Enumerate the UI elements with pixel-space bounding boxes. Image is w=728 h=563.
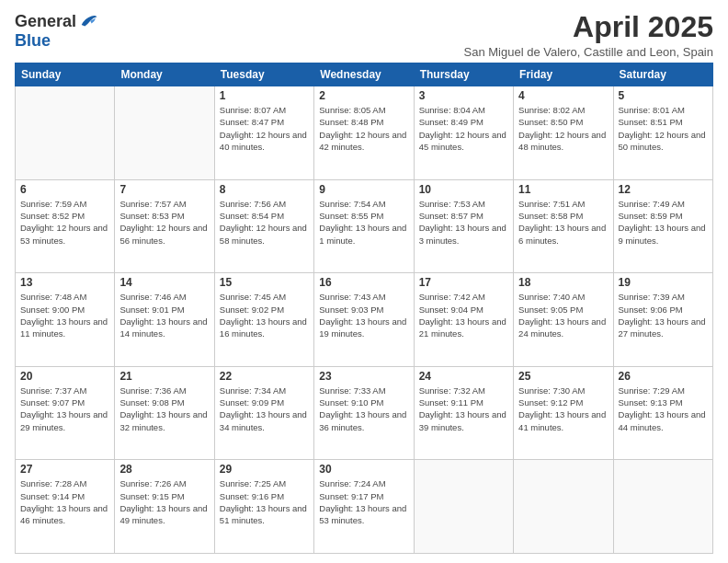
- day-info: Sunrise: 7:25 AM Sunset: 9:16 PM Dayligh…: [220, 477, 309, 526]
- day-info: Sunrise: 7:42 AM Sunset: 9:04 PM Dayligh…: [419, 291, 508, 339]
- day-info: Sunrise: 7:46 AM Sunset: 9:01 PM Dayligh…: [119, 291, 209, 339]
- day-number: 20: [20, 370, 109, 383]
- calendar-cell: 14Sunrise: 7:46 AM Sunset: 9:01 PM Dayli…: [115, 273, 214, 367]
- day-info: Sunrise: 7:29 AM Sunset: 9:13 PM Dayligh…: [619, 385, 708, 433]
- calendar-cell: 1Sunrise: 8:07 AM Sunset: 8:47 PM Daylig…: [214, 86, 313, 180]
- day-info: Sunrise: 7:40 AM Sunset: 9:05 PM Dayligh…: [518, 291, 608, 339]
- day-number: 6: [20, 183, 109, 196]
- day-info: Sunrise: 7:26 AM Sunset: 9:15 PM Dayligh…: [119, 477, 209, 526]
- day-number: 22: [220, 370, 309, 383]
- calendar-week-1: 1Sunrise: 8:07 AM Sunset: 8:47 PM Daylig…: [16, 86, 713, 180]
- day-number: 25: [518, 370, 608, 383]
- calendar-cell: 3Sunrise: 8:04 AM Sunset: 8:49 PM Daylig…: [414, 86, 513, 180]
- day-header-tuesday: Tuesday: [214, 63, 313, 86]
- month-title: April 2025: [464, 11, 714, 43]
- calendar-cell: 15Sunrise: 7:45 AM Sunset: 9:02 PM Dayli…: [214, 273, 313, 367]
- calendar-cell: 28Sunrise: 7:26 AM Sunset: 9:15 PM Dayli…: [115, 460, 214, 554]
- calendar-cell: [16, 86, 115, 180]
- day-info: Sunrise: 7:33 AM Sunset: 9:10 PM Dayligh…: [319, 385, 408, 433]
- day-info: Sunrise: 7:49 AM Sunset: 8:59 PM Dayligh…: [619, 198, 708, 247]
- day-info: Sunrise: 8:05 AM Sunset: 8:48 PM Dayligh…: [319, 104, 408, 153]
- calendar-cell: 29Sunrise: 7:25 AM Sunset: 9:16 PM Dayli…: [214, 460, 313, 554]
- day-info: Sunrise: 7:34 AM Sunset: 9:09 PM Dayligh…: [220, 385, 309, 433]
- day-number: 12: [619, 183, 708, 196]
- calendar-cell: 18Sunrise: 7:40 AM Sunset: 9:05 PM Dayli…: [514, 273, 613, 367]
- day-info: Sunrise: 7:28 AM Sunset: 9:14 PM Dayligh…: [20, 477, 109, 526]
- calendar-cell: 30Sunrise: 7:24 AM Sunset: 9:17 PM Dayli…: [314, 460, 414, 554]
- calendar-cell: 24Sunrise: 7:32 AM Sunset: 9:11 PM Dayli…: [414, 366, 513, 460]
- day-number: 14: [119, 276, 209, 289]
- day-info: Sunrise: 7:56 AM Sunset: 8:54 PM Dayligh…: [220, 198, 309, 247]
- day-header-friday: Friday: [514, 63, 613, 86]
- day-number: 30: [319, 463, 408, 476]
- calendar-week-3: 13Sunrise: 7:48 AM Sunset: 9:00 PM Dayli…: [16, 273, 713, 367]
- day-info: Sunrise: 8:04 AM Sunset: 8:49 PM Dayligh…: [419, 104, 508, 153]
- calendar-cell: 2Sunrise: 8:05 AM Sunset: 8:48 PM Daylig…: [314, 86, 414, 180]
- calendar-cell: 19Sunrise: 7:39 AM Sunset: 9:06 PM Dayli…: [613, 273, 712, 367]
- calendar-cell: 10Sunrise: 7:53 AM Sunset: 8:57 PM Dayli…: [414, 179, 513, 273]
- day-number: 18: [518, 276, 608, 289]
- day-number: 27: [20, 463, 109, 476]
- logo-bird-icon: [78, 11, 98, 31]
- day-info: Sunrise: 7:51 AM Sunset: 8:58 PM Dayligh…: [518, 198, 608, 247]
- day-info: Sunrise: 7:48 AM Sunset: 9:00 PM Dayligh…: [20, 291, 109, 339]
- calendar-cell: 22Sunrise: 7:34 AM Sunset: 9:09 PM Dayli…: [214, 366, 313, 460]
- calendar-cell: 8Sunrise: 7:56 AM Sunset: 8:54 PM Daylig…: [214, 179, 313, 273]
- day-number: 11: [518, 183, 608, 196]
- day-info: Sunrise: 7:54 AM Sunset: 8:55 PM Dayligh…: [319, 198, 408, 247]
- day-number: 29: [220, 463, 309, 476]
- day-info: Sunrise: 7:59 AM Sunset: 8:52 PM Dayligh…: [20, 198, 109, 247]
- day-header-wednesday: Wednesday: [314, 63, 414, 86]
- header: General Blue April 2025 San Miguel de Va…: [15, 11, 713, 59]
- calendar-cell: 11Sunrise: 7:51 AM Sunset: 8:58 PM Dayli…: [514, 179, 613, 273]
- day-number: 8: [220, 183, 309, 196]
- calendar-cell: 6Sunrise: 7:59 AM Sunset: 8:52 PM Daylig…: [16, 179, 115, 273]
- day-number: 19: [619, 276, 708, 289]
- day-number: 24: [419, 370, 508, 383]
- day-info: Sunrise: 7:43 AM Sunset: 9:03 PM Dayligh…: [319, 291, 408, 339]
- day-number: 1: [220, 89, 309, 102]
- day-info: Sunrise: 7:45 AM Sunset: 9:02 PM Dayligh…: [220, 291, 309, 339]
- day-info: Sunrise: 8:07 AM Sunset: 8:47 PM Dayligh…: [220, 104, 309, 153]
- day-number: 16: [319, 276, 408, 289]
- calendar-cell: 17Sunrise: 7:42 AM Sunset: 9:04 PM Dayli…: [414, 273, 513, 367]
- logo-general-text: General: [15, 12, 76, 31]
- day-info: Sunrise: 7:36 AM Sunset: 9:08 PM Dayligh…: [119, 385, 209, 433]
- calendar-cell: [514, 460, 613, 554]
- day-info: Sunrise: 7:39 AM Sunset: 9:06 PM Dayligh…: [619, 291, 708, 339]
- calendar-week-2: 6Sunrise: 7:59 AM Sunset: 8:52 PM Daylig…: [16, 179, 713, 273]
- day-number: 21: [119, 370, 209, 383]
- day-info: Sunrise: 8:02 AM Sunset: 8:50 PM Dayligh…: [518, 104, 608, 153]
- day-number: 3: [419, 89, 508, 102]
- day-number: 15: [220, 276, 309, 289]
- calendar-table: SundayMondayTuesdayWednesdayThursdayFrid…: [15, 63, 713, 554]
- logo: General Blue: [15, 11, 98, 51]
- day-info: Sunrise: 7:53 AM Sunset: 8:57 PM Dayligh…: [419, 198, 508, 247]
- day-number: 9: [319, 183, 408, 196]
- day-number: 10: [419, 183, 508, 196]
- calendar-cell: 12Sunrise: 7:49 AM Sunset: 8:59 PM Dayli…: [613, 179, 712, 273]
- day-number: 26: [619, 370, 708, 383]
- day-number: 2: [319, 89, 408, 102]
- location-subtitle: San Miguel de Valero, Castille and Leon,…: [464, 45, 714, 59]
- day-info: Sunrise: 7:32 AM Sunset: 9:11 PM Dayligh…: [419, 385, 508, 433]
- day-info: Sunrise: 7:30 AM Sunset: 9:12 PM Dayligh…: [518, 385, 608, 433]
- day-info: Sunrise: 7:37 AM Sunset: 9:07 PM Dayligh…: [20, 385, 109, 433]
- calendar-cell: 13Sunrise: 7:48 AM Sunset: 9:00 PM Dayli…: [16, 273, 115, 367]
- day-number: 28: [119, 463, 209, 476]
- calendar-cell: 5Sunrise: 8:01 AM Sunset: 8:51 PM Daylig…: [613, 86, 712, 180]
- calendar-cell: 25Sunrise: 7:30 AM Sunset: 9:12 PM Dayli…: [514, 366, 613, 460]
- day-number: 13: [20, 276, 109, 289]
- calendar-cell: [613, 460, 712, 554]
- day-info: Sunrise: 7:57 AM Sunset: 8:53 PM Dayligh…: [119, 198, 209, 247]
- calendar-cell: 9Sunrise: 7:54 AM Sunset: 8:55 PM Daylig…: [314, 179, 414, 273]
- calendar-cell: [414, 460, 513, 554]
- calendar-cell: 27Sunrise: 7:28 AM Sunset: 9:14 PM Dayli…: [16, 460, 115, 554]
- day-number: 4: [518, 89, 608, 102]
- day-number: 23: [319, 370, 408, 383]
- calendar-cell: 7Sunrise: 7:57 AM Sunset: 8:53 PM Daylig…: [115, 179, 214, 273]
- calendar-cell: 21Sunrise: 7:36 AM Sunset: 9:08 PM Dayli…: [115, 366, 214, 460]
- calendar-cell: 20Sunrise: 7:37 AM Sunset: 9:07 PM Dayli…: [16, 366, 115, 460]
- calendar-cell: 26Sunrise: 7:29 AM Sunset: 9:13 PM Dayli…: [613, 366, 712, 460]
- logo-blue-text: Blue: [15, 31, 51, 51]
